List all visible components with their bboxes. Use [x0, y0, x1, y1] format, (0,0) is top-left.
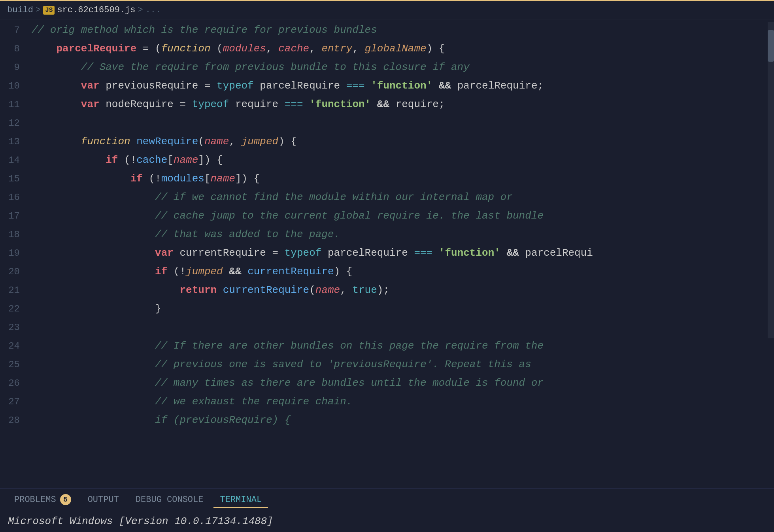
line-number: 9 [0, 58, 28, 77]
code-line-25: 25 // previous one is saved to 'previous… [0, 355, 774, 374]
line-content: if (!modules[name]) { [28, 170, 774, 188]
line-number: 19 [0, 244, 28, 262]
line-number: 17 [0, 207, 28, 225]
scroll-thumb[interactable] [768, 30, 774, 62]
line-content: // we exhaust the require chain. [28, 392, 774, 411]
line-number: 23 [0, 319, 28, 337]
line-number: 16 [0, 189, 28, 207]
line-number: 13 [0, 133, 28, 151]
line-content: return currentRequire(name, true); [28, 281, 774, 299]
scroll-indicator[interactable] [768, 22, 774, 338]
terminal-line: Microsoft Windows [Version 10.0.17134.14… [8, 515, 766, 527]
code-line-7: 7 // orig method which is the require fo… [0, 21, 774, 40]
line-content: // if we cannot find the module within o… [28, 188, 774, 206]
code-line-14: 14 if (!cache[name]) { [0, 151, 774, 170]
code-line-27: 27 // we exhaust the require chain. [0, 392, 774, 411]
breadcrumb-ellipsis: ... [145, 5, 161, 15]
terminal-content: Microsoft Windows [Version 10.0.17134.14… [0, 511, 774, 532]
breadcrumb: build > JS src.62c16509.js > ... [0, 1, 774, 19]
tab-output[interactable]: OUTPUT [81, 492, 125, 508]
line-number: 14 [0, 151, 28, 170]
line-number: 15 [0, 170, 28, 188]
line-content: // previous one is saved to 'previousReq… [28, 355, 774, 374]
code-line-23: 23 [0, 318, 774, 337]
code-line-15: 15 if (!modules[name]) { [0, 170, 774, 188]
code-line-26: 26 // many times as there are bundles un… [0, 374, 774, 392]
line-content: // that was added to the page. [28, 225, 774, 243]
code-line-8: 8 parcelRequire = (function (modules, ca… [0, 40, 774, 58]
breadcrumb-build[interactable]: build [7, 5, 33, 15]
line-content: // cache jump to the current global requ… [28, 207, 774, 225]
code-line-10: 10 var previousRequire = typeof parcelRe… [0, 77, 774, 95]
breadcrumb-sep1: > [36, 5, 41, 15]
terminal-text: Microsoft Windows [Version 10.0.17134.14… [8, 515, 273, 527]
line-number: 12 [0, 114, 28, 132]
code-line-17: 17 // cache jump to the current global r… [0, 207, 774, 225]
line-content: var previousRequire = typeof parcelRequi… [28, 77, 774, 95]
panel-tabs: PROBLEMS 5 OUTPUT DEBUG CONSOLE TERMINAL [0, 489, 774, 511]
tab-problems[interactable]: PROBLEMS 5 [8, 491, 77, 508]
line-number: 26 [0, 374, 28, 392]
line-number: 22 [0, 300, 28, 318]
tab-output-label: OUTPUT [88, 495, 119, 505]
line-number: 10 [0, 77, 28, 95]
line-content: parcelRequire = (function (modules, cach… [28, 40, 774, 58]
line-content: if (!jumped && currentRequire) { [28, 262, 774, 281]
code-line-9: 9 // Save the require from previous bund… [0, 58, 774, 77]
line-number: 25 [0, 356, 28, 374]
line-number: 8 [0, 40, 28, 58]
code-line-18: 18 // that was added to the page. [0, 225, 774, 244]
bottom-panel: PROBLEMS 5 OUTPUT DEBUG CONSOLE TERMINAL… [0, 488, 774, 532]
line-content: // If there are other bundles on this pa… [28, 337, 774, 355]
line-content: // orig method which is the require for … [28, 21, 774, 39]
line-content: var nodeRequire = typeof require === 'fu… [28, 95, 774, 113]
line-content: if (previousRequire) { [28, 411, 774, 429]
code-line-28: 28 if (previousRequire) { [0, 411, 774, 430]
code-line-12: 12 [0, 114, 774, 132]
line-content: function newRequire(name, jumped) { [28, 132, 774, 151]
code-line-16: 16 // if we cannot find the module withi… [0, 188, 774, 207]
code-line-13: 13 function newRequire(name, jumped) { [0, 132, 774, 151]
line-content: // many times as there are bundles until… [28, 374, 774, 392]
code-line-11: 11 var nodeRequire = typeof require === … [0, 95, 774, 114]
breadcrumb-filename[interactable]: src.62c16509.js [57, 5, 135, 15]
line-number: 20 [0, 263, 28, 281]
code-editor: 7 // orig method which is the require fo… [0, 19, 774, 431]
tab-terminal-label: TERMINAL [220, 495, 262, 505]
line-number: 7 [0, 21, 28, 40]
line-number: 21 [0, 281, 28, 300]
problems-badge: 5 [60, 494, 71, 505]
code-line-24: 24 // If there are other bundles on this… [0, 337, 774, 355]
code-line-22: 22 } [0, 300, 774, 318]
line-number: 18 [0, 226, 28, 244]
line-content: // Save the require from previous bundle… [28, 58, 774, 76]
line-content: } [28, 300, 774, 318]
breadcrumb-sep2: > [138, 5, 143, 15]
line-number: 24 [0, 337, 28, 355]
tab-debug-console-label: DEBUG CONSOLE [136, 495, 204, 505]
tab-terminal[interactable]: TERMINAL [213, 492, 268, 508]
code-line-20: 20 if (!jumped && currentRequire) { [0, 262, 774, 281]
code-line-21: 21 return currentRequire(name, true); [0, 281, 774, 300]
top-divider [0, 0, 774, 1]
code-lines: 7 // orig method which is the require fo… [0, 19, 774, 431]
line-number: 27 [0, 393, 28, 411]
code-line-19: 19 var currentRequire = typeof parcelReq… [0, 244, 774, 262]
tab-debug-console[interactable]: DEBUG CONSOLE [129, 492, 210, 508]
line-content: var currentRequire = typeof parcelRequir… [28, 244, 774, 262]
line-number: 28 [0, 411, 28, 430]
line-content: if (!cache[name]) { [28, 151, 774, 169]
line-content [28, 114, 774, 132]
js-file-icon: JS [43, 6, 55, 15]
line-content [28, 318, 774, 336]
tab-problems-label: PROBLEMS [14, 495, 56, 505]
line-number: 11 [0, 96, 28, 114]
